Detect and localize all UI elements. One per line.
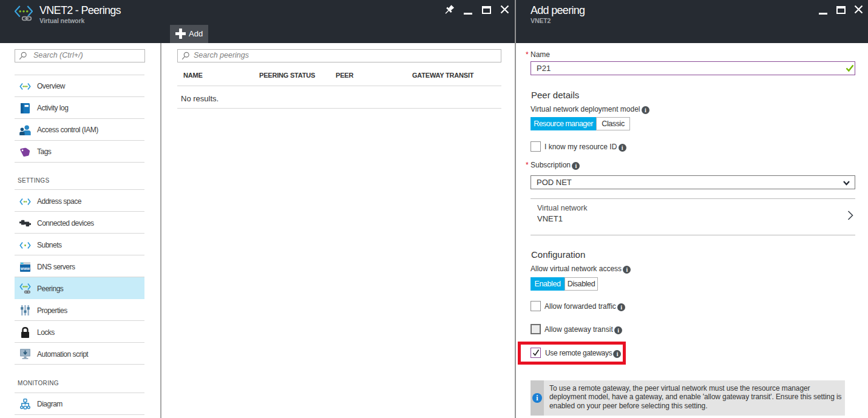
svg-text:WWW: WWW bbox=[21, 267, 30, 271]
